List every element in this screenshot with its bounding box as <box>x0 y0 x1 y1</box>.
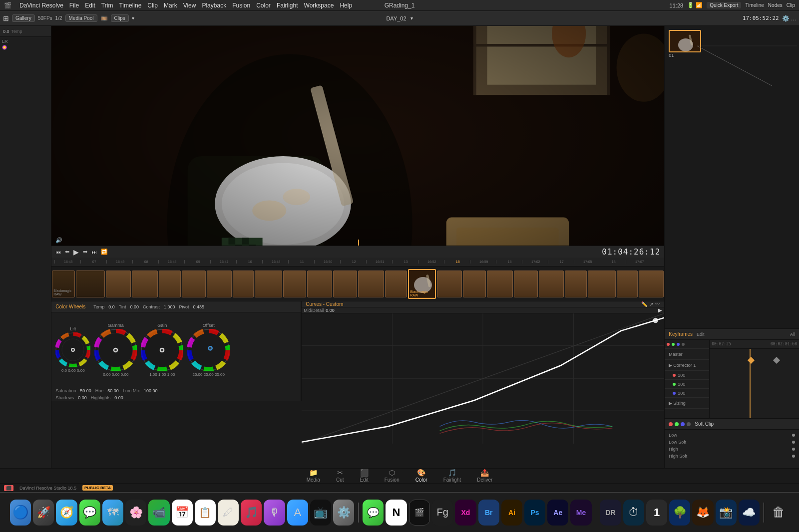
tab-cut[interactable]: ✂ Cut <box>328 467 352 486</box>
dock-finder[interactable]: 🔵 <box>10 500 31 526</box>
dock-aftereffects[interactable]: Ae <box>547 500 568 526</box>
dock-podcasts[interactable]: 🎙 <box>264 500 285 526</box>
dock-messages-2[interactable]: 💬 <box>363 500 384 526</box>
gain-wheel[interactable] <box>141 329 183 371</box>
dock-screenium[interactable]: 📸 <box>716 500 737 526</box>
loop-icon[interactable]: 🔁 <box>101 249 108 255</box>
dock-messages[interactable]: 💬 <box>79 500 100 526</box>
offset-wheel[interactable] <box>187 329 230 371</box>
menu-timeline[interactable]: Timeline <box>119 2 141 9</box>
dock-xd[interactable]: Xd <box>455 500 476 526</box>
dock-cloudmounter[interactable]: ☁️ <box>739 500 760 526</box>
dock-photos[interactable]: 🌸 <box>125 500 146 526</box>
timeline-clip-9[interactable] <box>255 270 282 297</box>
shadows-val[interactable]: 0.00 <box>78 395 87 400</box>
menu-trim[interactable]: Trim <box>101 2 113 9</box>
dock-settings[interactable]: ⚙️ <box>333 500 354 526</box>
dock-launchpad[interactable]: 🚀 <box>33 500 54 526</box>
timeline-clip-20[interactable] <box>539 270 564 297</box>
timeline-clip-selected[interactable]: Blackmagic RAW <box>408 269 436 299</box>
clip-btn[interactable]: Clip <box>787 2 795 8</box>
curves-play-btn[interactable]: ▶ <box>658 307 662 313</box>
dock-trash[interactable]: 🗑 <box>768 500 789 526</box>
play-icon[interactable]: ▶ <box>73 248 79 256</box>
nodes-btn[interactable]: Nodes <box>768 2 783 8</box>
dock-photoshop[interactable]: Ps <box>524 500 545 526</box>
timeline-clip-10[interactable] <box>283 270 306 297</box>
app-logo[interactable]: 🎬 <box>4 2 11 9</box>
dock-resolve-2[interactable]: 🎬 <box>409 500 430 526</box>
curves-pencil[interactable]: ✏️ <box>641 301 647 307</box>
dock-appletv[interactable]: 📺 <box>310 500 331 526</box>
pivot-val[interactable]: 0.435 <box>193 304 205 309</box>
dock-maps[interactable]: 🗺 <box>102 500 123 526</box>
dock-facetime[interactable]: 📹 <box>148 500 169 526</box>
menu-help[interactable]: Help <box>340 2 352 9</box>
lum-mix-val[interactable]: 100.00 <box>144 388 158 393</box>
color-wheels-tab[interactable]: Color Wheels <box>55 304 85 309</box>
clips-btn[interactable]: Clips <box>111 14 129 22</box>
timeline-clip-21[interactable] <box>565 270 587 297</box>
timeline-clip-2[interactable] <box>76 270 105 297</box>
contrast-val[interactable]: 1.000 <box>164 304 175 309</box>
tab-media[interactable]: 📁 Media <box>299 467 328 486</box>
curves-select[interactable]: ↗ <box>649 301 653 307</box>
menu-color[interactable]: Color <box>256 2 271 9</box>
menu-playback[interactable]: Playback <box>202 2 226 9</box>
menu-mark[interactable]: Mark <box>164 2 177 9</box>
timeline-clip-16[interactable] <box>437 270 462 297</box>
hue-val[interactable]: 50.00 <box>107 388 119 393</box>
timeline-clip-18[interactable] <box>487 270 513 297</box>
timeline-clip-6[interactable] <box>182 270 206 297</box>
tab-fusion[interactable]: ⬡ Fusion <box>377 467 407 486</box>
step-forward-icon[interactable]: ➡ <box>83 249 87 255</box>
timeline-btn[interactable]: Timeline <box>745 2 764 8</box>
skip-back-icon[interactable]: ⏮ <box>55 249 61 255</box>
timeline-clip-11[interactable] <box>307 270 332 297</box>
dock-reminders[interactable]: 📋 <box>195 500 216 526</box>
timeline-clip-13[interactable] <box>358 270 384 297</box>
mid-detail-val[interactable]: 0.00 <box>326 308 335 313</box>
tab-edit[interactable]: ⬛ Edit <box>352 467 376 486</box>
dock-onetask[interactable]: 1 <box>646 500 667 526</box>
tint-val[interactable]: 0.00 <box>130 304 139 309</box>
menu-workspace[interactable]: Workspace <box>304 2 334 9</box>
dock-figma[interactable]: Fg <box>432 500 453 526</box>
timeline-clip-7[interactable] <box>207 270 232 297</box>
highlights-val[interactable]: 0.00 <box>114 395 123 400</box>
menu-clip[interactable]: Clip <box>147 2 158 9</box>
dock-safari[interactable]: 🧭 <box>56 500 77 526</box>
kf-all-btn[interactable]: All <box>790 332 795 337</box>
dock-bridge[interactable]: Br <box>478 500 499 526</box>
node-thumbnail[interactable] <box>669 30 701 52</box>
curves-graph[interactable] <box>302 313 664 444</box>
timeline-clip-4[interactable] <box>132 270 158 297</box>
skip-forward-icon[interactable]: ⏭ <box>91 249 97 255</box>
timeline-clip-17[interactable] <box>463 270 486 297</box>
gamma-wheel[interactable] <box>94 329 137 371</box>
timeline-clip-14[interactable] <box>385 270 407 297</box>
menu-edit[interactable]: Edit <box>85 2 95 9</box>
menu-fusion[interactable]: Fusion <box>232 2 250 9</box>
dock-notion[interactable]: N <box>386 500 406 526</box>
tab-deliver[interactable]: 📤 Deliver <box>469 467 500 486</box>
timeline-clip-23[interactable] <box>617 270 638 297</box>
tab-fairlight[interactable]: 🎵 Fairlight <box>435 467 469 486</box>
lift-wheel[interactable] <box>55 332 90 367</box>
menu-file[interactable]: File <box>69 2 79 9</box>
step-back-icon[interactable]: ⬅ <box>65 249 69 255</box>
menu-view[interactable]: View <box>183 2 196 9</box>
dock-mediaencoder[interactable]: Me <box>570 500 591 526</box>
timeline-clip-8[interactable] <box>233 270 254 297</box>
timeline-clip-24[interactable] <box>639 270 664 297</box>
dock-sourcetree[interactable]: 🌳 <box>669 500 690 526</box>
timeline-clip-5[interactable] <box>159 270 181 297</box>
toolbar-dropdown[interactable]: ▾ <box>132 15 134 21</box>
timeline-clip-3[interactable] <box>106 270 131 297</box>
dock-freeform[interactable]: 🖊 <box>218 500 239 526</box>
quick-export-btn[interactable]: Quick Export <box>707 2 741 8</box>
dock-music[interactable]: 🎵 <box>241 500 262 526</box>
dock-appstore[interactable]: A <box>287 500 308 526</box>
timeline-clip-22[interactable] <box>588 270 616 297</box>
curves-smooth[interactable]: 〰 <box>655 301 660 307</box>
